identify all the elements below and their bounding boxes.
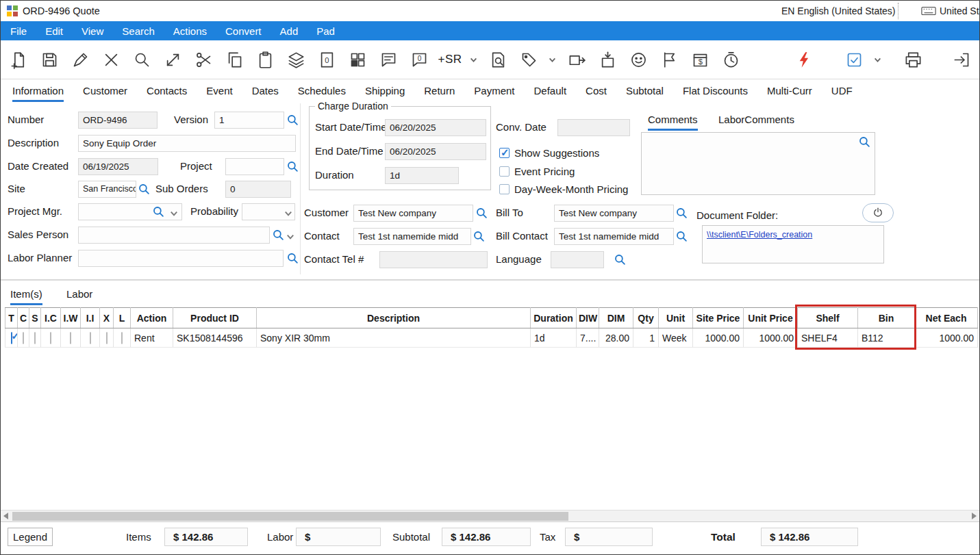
add-sr-dropdown-icon[interactable] [470,56,478,64]
comment-zero-icon[interactable]: 0 [408,49,430,70]
scrollbar-thumb[interactable] [12,512,568,521]
exit-icon[interactable] [951,49,972,70]
smiley-icon[interactable] [627,49,649,70]
menu-file[interactable]: File [10,25,27,37]
site-search-icon[interactable] [138,183,150,195]
event-pricing-checkbox[interactable] [499,166,510,177]
scroll-left-icon[interactable] [3,513,8,519]
row-checkbox-l[interactable] [121,332,123,344]
language-search-icon[interactable] [614,254,626,266]
tab-dates[interactable]: Dates [252,85,279,102]
menu-edit[interactable]: Edit [45,25,63,37]
legend-button[interactable]: Legend [8,528,53,546]
lightning-icon[interactable] [793,49,815,70]
row-checkbox-c[interactable] [23,332,24,344]
sales-person-search-icon[interactable] [273,229,284,241]
cell-action[interactable]: Rent [131,328,173,348]
row-checkbox-x[interactable] [106,332,108,344]
price-search-dropdown-icon[interactable] [549,56,557,64]
flag-icon[interactable] [658,49,680,70]
end-date-field[interactable]: 06/20/2025 [385,143,486,160]
version-search-icon[interactable] [287,114,299,126]
language-indicator[interactable]: EN English (United States) [781,5,896,16]
tab-customer[interactable]: Customer [83,85,127,102]
comments-search-icon[interactable] [859,136,870,148]
duration-field[interactable]: 1d [385,167,459,184]
start-date-field[interactable]: 06/20/2025 [385,119,486,136]
invoice-calendar-icon[interactable]: $ [689,49,711,70]
tile-view-icon[interactable] [347,49,368,70]
table-row[interactable]: Rent SK1508144596 Sony XIR 30mm 1d 7....… [5,328,978,348]
show-suggestions-option[interactable]: Show Suggestions [499,147,599,159]
tab-default[interactable]: Default [534,85,567,102]
number-field[interactable]: ORD-9496 [78,112,158,129]
row-checkbox-ic[interactable] [50,332,51,344]
search-document-icon[interactable] [487,49,509,70]
project-mgr-dropdown-icon[interactable] [170,208,178,216]
edit-icon[interactable] [69,49,91,70]
menu-actions[interactable]: Actions [173,25,207,37]
save-icon[interactable] [38,49,60,70]
keyboard-layout-indicator[interactable]: United States-Internatio [940,5,980,16]
tab-shipping[interactable]: Shipping [365,85,405,102]
cell-dim[interactable]: 28.00 [599,328,633,348]
calendar-check-icon[interactable] [843,49,865,70]
customer-search-icon[interactable] [476,207,488,219]
comments-box[interactable] [641,132,875,195]
cell-shelf[interactable]: SHELF4 [798,328,858,348]
document-folder-link[interactable]: \\tsclient\E\Folders_creation [707,230,812,240]
cell-site-price[interactable]: 1000.00 [693,328,744,348]
delete-icon[interactable] [100,49,122,70]
contact-field[interactable]: Test 1st namemide midd [353,228,471,245]
tab-items[interactable]: Item(s) [10,288,42,305]
layers-icon[interactable] [285,49,307,70]
project-mgr-field[interactable] [78,203,182,220]
menu-view[interactable]: View [81,25,103,37]
day-week-month-option[interactable]: Day-Week-Month Pricing [499,183,628,195]
description-field[interactable]: Sony Equip Order [78,135,296,152]
tab-subtotal[interactable]: Subtotal [626,85,664,102]
bill-to-search-icon[interactable] [676,207,688,219]
contact-search-icon[interactable] [473,231,485,242]
contact-tel-field[interactable] [379,251,488,268]
tab-labor[interactable]: Labor [66,288,92,303]
customer-field[interactable]: Test New company [353,205,473,222]
cut-icon[interactable] [192,49,214,70]
cell-bin[interactable]: B112 [858,328,915,348]
menu-convert[interactable]: Convert [225,25,262,37]
menu-pad[interactable]: Pad [316,25,335,37]
cell-unit[interactable]: Week [659,328,693,348]
receive-in-icon[interactable] [596,49,618,70]
language-field[interactable] [551,251,604,268]
add-sr-button[interactable]: +SR [439,49,461,70]
comment-icon[interactable] [377,49,399,70]
cell-diw[interactable]: 7.... [577,328,599,348]
transfer-out-icon[interactable] [566,49,588,70]
sales-person-dropdown-icon[interactable] [286,231,294,240]
event-pricing-option[interactable]: Event Pricing [499,166,575,177]
cell-duration[interactable]: 1d [531,328,577,348]
labor-planner-field[interactable] [78,250,284,267]
row-checkbox-ii[interactable] [90,332,91,344]
scroll-right-icon[interactable] [972,513,977,519]
tab-flat-discounts[interactable]: Flat Discounts [683,85,748,102]
project-field[interactable] [225,158,284,175]
menu-add[interactable]: Add [280,25,299,37]
horizontal-scrollbar[interactable] [1,510,979,521]
tab-comments[interactable]: Comments [648,114,698,131]
copy-icon[interactable] [223,49,245,70]
tab-labor-comments[interactable]: LaborComments [718,114,794,129]
row-checkbox-t[interactable] [11,332,12,344]
bill-to-field[interactable]: Test New company [554,205,674,222]
show-suggestions-checkbox[interactable] [499,148,510,158]
paste-icon[interactable] [254,49,276,70]
expand-icon[interactable] [162,49,184,70]
tab-return[interactable]: Return [424,85,455,102]
price-search-icon[interactable] [518,49,540,70]
tab-event[interactable]: Event [206,85,232,102]
new-document-icon[interactable] [8,49,29,70]
version-field[interactable]: 1 [214,112,284,129]
tab-contacts[interactable]: Contacts [147,85,187,102]
tab-udf[interactable]: UDF [831,85,853,102]
document-zero-icon[interactable]: 0 [316,49,338,70]
